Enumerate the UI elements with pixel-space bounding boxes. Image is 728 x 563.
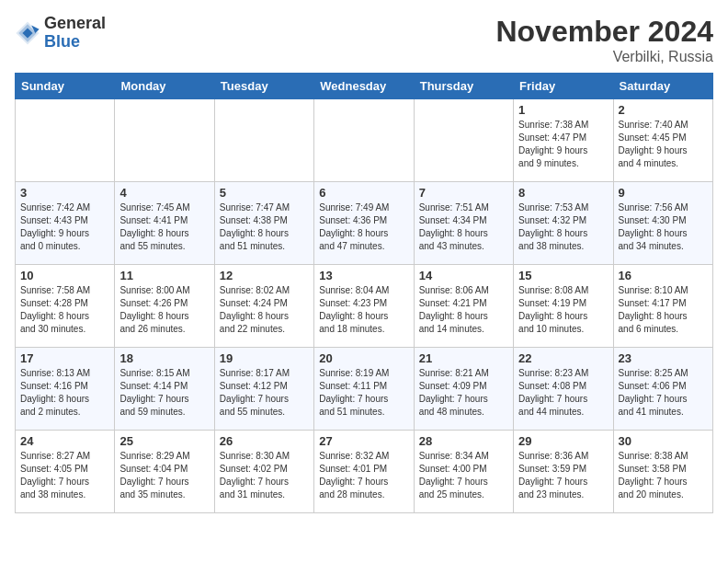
- calendar-day-cell: 15Sunrise: 8:08 AM Sunset: 4:19 PM Dayli…: [514, 265, 613, 348]
- calendar-day-cell: 16Sunrise: 8:10 AM Sunset: 4:17 PM Dayli…: [613, 265, 712, 348]
- calendar-day-cell: 22Sunrise: 8:23 AM Sunset: 4:08 PM Dayli…: [514, 348, 613, 431]
- calendar-week-row: 1Sunrise: 7:38 AM Sunset: 4:47 PM Daylig…: [16, 99, 713, 182]
- calendar-day-cell: 12Sunrise: 8:02 AM Sunset: 4:24 PM Dayli…: [214, 265, 313, 348]
- calendar-day-cell: 17Sunrise: 8:13 AM Sunset: 4:16 PM Dayli…: [16, 348, 115, 431]
- day-number: 6: [319, 186, 408, 200]
- calendar-day-cell: [214, 99, 313, 182]
- day-info: Sunrise: 7:51 AM Sunset: 4:34 PM Dayligh…: [419, 201, 508, 253]
- calendar-day-cell: 5Sunrise: 7:47 AM Sunset: 4:38 PM Daylig…: [214, 182, 313, 265]
- calendar-day-cell: 13Sunrise: 8:04 AM Sunset: 4:23 PM Dayli…: [314, 265, 414, 348]
- day-number: 22: [518, 351, 608, 365]
- day-info: Sunrise: 8:15 AM Sunset: 4:14 PM Dayligh…: [119, 367, 209, 419]
- weekday-header: Friday: [514, 74, 613, 99]
- calendar-day-cell: 11Sunrise: 8:00 AM Sunset: 4:26 PM Dayli…: [115, 265, 214, 348]
- day-info: Sunrise: 7:45 AM Sunset: 4:41 PM Dayligh…: [119, 201, 209, 253]
- day-info: Sunrise: 8:29 AM Sunset: 4:04 PM Dayligh…: [119, 450, 209, 501]
- calendar-day-cell: 10Sunrise: 7:58 AM Sunset: 4:28 PM Dayli…: [16, 265, 115, 348]
- day-number: 10: [20, 269, 109, 282]
- calendar-day-cell: [414, 99, 513, 182]
- day-info: Sunrise: 8:36 AM Sunset: 3:59 PM Dayligh…: [518, 450, 608, 501]
- day-info: Sunrise: 8:25 AM Sunset: 4:06 PM Dayligh…: [619, 367, 708, 419]
- day-number: 8: [518, 186, 608, 200]
- day-number: 16: [619, 269, 708, 282]
- day-number: 18: [119, 351, 209, 365]
- day-info: Sunrise: 8:27 AM Sunset: 4:05 PM Dayligh…: [20, 450, 109, 501]
- day-info: Sunrise: 8:21 AM Sunset: 4:09 PM Dayligh…: [419, 367, 508, 419]
- calendar-day-cell: 14Sunrise: 8:06 AM Sunset: 4:21 PM Dayli…: [414, 265, 513, 348]
- day-number: 4: [119, 186, 209, 200]
- logo-blue: Blue: [44, 32, 80, 51]
- day-number: 17: [20, 351, 109, 365]
- day-info: Sunrise: 8:17 AM Sunset: 4:12 PM Dayligh…: [220, 367, 309, 419]
- day-number: 19: [220, 351, 309, 365]
- weekday-header: Monday: [115, 74, 214, 99]
- location: Verbilki, Russia: [495, 49, 713, 65]
- day-info: Sunrise: 8:06 AM Sunset: 4:21 PM Dayligh…: [419, 284, 508, 336]
- day-info: Sunrise: 8:08 AM Sunset: 4:19 PM Dayligh…: [518, 284, 608, 336]
- day-info: Sunrise: 8:30 AM Sunset: 4:02 PM Dayligh…: [220, 450, 309, 501]
- weekday-header: Wednesday: [314, 74, 414, 99]
- day-number: 1: [518, 103, 608, 117]
- title-area: November 2024 Verbilki, Russia: [495, 15, 713, 65]
- month-title: November 2024: [495, 15, 713, 49]
- day-info: Sunrise: 7:53 AM Sunset: 4:32 PM Dayligh…: [518, 201, 608, 253]
- day-info: Sunrise: 8:34 AM Sunset: 4:00 PM Dayligh…: [419, 450, 508, 501]
- weekday-header: Sunday: [16, 74, 115, 99]
- day-info: Sunrise: 8:23 AM Sunset: 4:08 PM Dayligh…: [518, 367, 608, 419]
- day-number: 9: [619, 186, 708, 200]
- calendar-table: SundayMondayTuesdayWednesdayThursdayFrid…: [15, 73, 713, 513]
- day-number: 24: [20, 434, 109, 448]
- day-info: Sunrise: 7:58 AM Sunset: 4:28 PM Dayligh…: [20, 284, 109, 336]
- calendar-week-row: 17Sunrise: 8:13 AM Sunset: 4:16 PM Dayli…: [16, 348, 713, 431]
- calendar-day-cell: 21Sunrise: 8:21 AM Sunset: 4:09 PM Dayli…: [414, 348, 513, 431]
- weekday-header: Saturday: [613, 74, 712, 99]
- calendar-day-cell: [16, 99, 115, 182]
- calendar-day-cell: 24Sunrise: 8:27 AM Sunset: 4:05 PM Dayli…: [16, 431, 115, 513]
- logo-text: General Blue: [44, 15, 106, 52]
- day-number: 12: [220, 269, 309, 282]
- weekday-header: Tuesday: [214, 74, 313, 99]
- day-number: 2: [619, 103, 708, 117]
- calendar-day-cell: 30Sunrise: 8:38 AM Sunset: 3:58 PM Dayli…: [613, 431, 712, 513]
- weekday-header: Thursday: [414, 74, 513, 99]
- calendar-day-cell: 28Sunrise: 8:34 AM Sunset: 4:00 PM Dayli…: [414, 431, 513, 513]
- calendar-day-cell: 20Sunrise: 8:19 AM Sunset: 4:11 PM Dayli…: [314, 348, 414, 431]
- logo-icon: [15, 20, 40, 46]
- calendar-day-cell: 3Sunrise: 7:42 AM Sunset: 4:43 PM Daylig…: [16, 182, 115, 265]
- calendar-week-row: 10Sunrise: 7:58 AM Sunset: 4:28 PM Dayli…: [16, 265, 713, 348]
- day-info: Sunrise: 8:04 AM Sunset: 4:23 PM Dayligh…: [319, 284, 408, 336]
- day-info: Sunrise: 7:56 AM Sunset: 4:30 PM Dayligh…: [619, 201, 708, 253]
- day-number: 28: [419, 434, 508, 448]
- day-info: Sunrise: 7:40 AM Sunset: 4:45 PM Dayligh…: [619, 119, 708, 170]
- calendar-day-cell: 18Sunrise: 8:15 AM Sunset: 4:14 PM Dayli…: [115, 348, 214, 431]
- calendar-day-cell: 19Sunrise: 8:17 AM Sunset: 4:12 PM Dayli…: [214, 348, 313, 431]
- calendar-week-row: 3Sunrise: 7:42 AM Sunset: 4:43 PM Daylig…: [16, 182, 713, 265]
- calendar-day-cell: 2Sunrise: 7:40 AM Sunset: 4:45 PM Daylig…: [613, 99, 712, 182]
- calendar-day-cell: [314, 99, 414, 182]
- day-info: Sunrise: 8:10 AM Sunset: 4:17 PM Dayligh…: [619, 284, 708, 336]
- day-number: 3: [20, 186, 109, 200]
- day-info: Sunrise: 8:02 AM Sunset: 4:24 PM Dayligh…: [220, 284, 309, 336]
- calendar-day-cell: 29Sunrise: 8:36 AM Sunset: 3:59 PM Dayli…: [514, 431, 613, 513]
- day-number: 15: [518, 269, 608, 282]
- day-number: 26: [220, 434, 309, 448]
- calendar-day-cell: 26Sunrise: 8:30 AM Sunset: 4:02 PM Dayli…: [214, 431, 313, 513]
- day-info: Sunrise: 8:38 AM Sunset: 3:58 PM Dayligh…: [619, 450, 708, 501]
- logo: General Blue: [15, 15, 106, 52]
- calendar-day-cell: 23Sunrise: 8:25 AM Sunset: 4:06 PM Dayli…: [613, 348, 712, 431]
- calendar-day-cell: [115, 99, 214, 182]
- day-number: 21: [419, 351, 508, 365]
- calendar-header-row: SundayMondayTuesdayWednesdayThursdayFrid…: [16, 74, 713, 99]
- day-number: 27: [319, 434, 408, 448]
- day-info: Sunrise: 7:38 AM Sunset: 4:47 PM Dayligh…: [518, 119, 608, 170]
- calendar-day-cell: 8Sunrise: 7:53 AM Sunset: 4:32 PM Daylig…: [514, 182, 613, 265]
- day-number: 20: [319, 351, 408, 365]
- day-number: 30: [619, 434, 708, 448]
- page-header: General Blue November 2024 Verbilki, Rus…: [15, 15, 713, 65]
- day-number: 13: [319, 269, 408, 282]
- logo-general: General: [44, 14, 106, 32]
- day-info: Sunrise: 8:13 AM Sunset: 4:16 PM Dayligh…: [20, 367, 109, 419]
- day-info: Sunrise: 8:32 AM Sunset: 4:01 PM Dayligh…: [319, 450, 408, 501]
- calendar-day-cell: 6Sunrise: 7:49 AM Sunset: 4:36 PM Daylig…: [314, 182, 414, 265]
- day-number: 25: [119, 434, 209, 448]
